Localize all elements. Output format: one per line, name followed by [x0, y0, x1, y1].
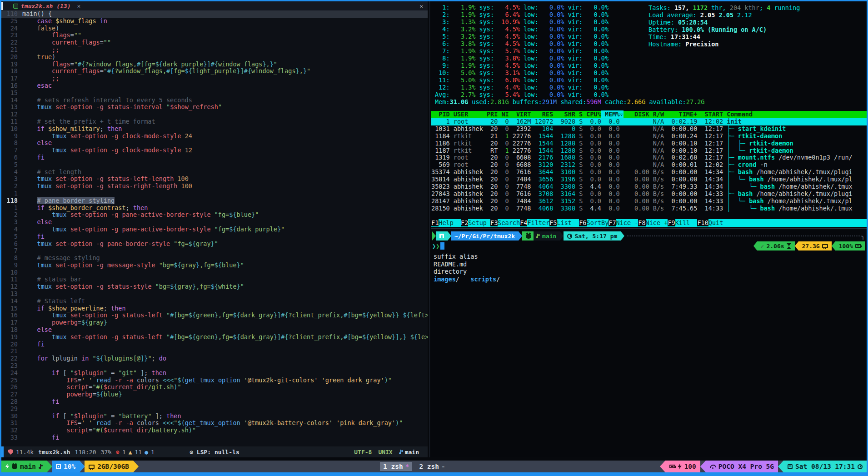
process-row[interactable]: 1186 rtkit 20 0 22776 1544 1288 S 0.0 0.…: [431, 140, 867, 147]
pane-divider-horizontal[interactable]: [431, 227, 867, 230]
code-line[interactable]: 7 tmux set-option -g clock-mode-style 12: [1, 147, 428, 154]
code-line[interactable]: 2 tmux set-option -g status-right-length…: [1, 183, 428, 190]
code-line[interactable]: 11 # status bar: [1, 276, 428, 283]
code-line[interactable]: 110main() {: [1, 10, 428, 18]
code-line[interactable]: 1: [1, 190, 428, 197]
code-line[interactable]: 27 powerbg=${blue}: [1, 391, 428, 398]
code-line[interactable]: 1 if $show_border_contrast; then: [1, 205, 428, 212]
code-line[interactable]: 6 fi: [1, 154, 428, 161]
code-line[interactable]: 20 fi: [1, 341, 428, 348]
fkey-f4[interactable]: F4Filter: [520, 219, 549, 227]
editor-pane[interactable]: tmux2k.sh (13) × × 110main() {25 case $s…: [1, 1, 428, 457]
code-line[interactable]: 24 if [ "$lplugin" = "git" ]; then: [1, 370, 428, 377]
process-row[interactable]: 27843 abhishek 20 0 7616 3708 3164 S 0.0…: [431, 190, 867, 198]
code-line[interactable]: 16 esac: [1, 82, 428, 90]
code-line[interactable]: 13: [1, 291, 428, 298]
code-line[interactable]: 5: [1, 161, 428, 169]
fkey-f7[interactable]: F7Nice -: [609, 219, 638, 227]
code-line[interactable]: 118 # pane border styling: [1, 197, 428, 205]
code-line[interactable]: 5 fi: [1, 233, 428, 241]
code-line[interactable]: 25 case $show_flags in: [1, 18, 428, 25]
tmux-window-2[interactable]: 2 zsh-: [416, 462, 448, 471]
code-line[interactable]: 4 # set length: [1, 169, 428, 176]
fkey-f9[interactable]: F9Kill: [668, 219, 697, 227]
code-line[interactable]: 15: [1, 90, 428, 97]
code-line[interactable]: 17 ;;: [1, 75, 428, 82]
pane-divider-vertical[interactable]: [428, 1, 431, 457]
code-line[interactable]: 18 else: [1, 326, 428, 334]
code-line[interactable]: 19 tmux set-option -g status-left "#[bg=…: [1, 334, 428, 341]
fkey-f2[interactable]: F2Setup: [461, 219, 490, 227]
code-line[interactable]: 3 else: [1, 219, 428, 226]
code-line[interactable]: 2 tmux set-option -g pane-active-border-…: [1, 211, 428, 219]
code-line[interactable]: 16 tmux set-option -g status-left "#[bg=…: [1, 312, 428, 319]
system-monitor-pane[interactable]: 1: 1.9% sys: 4.5% low: 0.0% vir: 0.0% 2:…: [431, 1, 867, 227]
process-row[interactable]: 28150 abhishek 20 0 7748 4068 3308 S 4.4…: [431, 205, 867, 212]
sort-column[interactable]: MEM%▿: [601, 110, 624, 118]
fkey-f1[interactable]: F1Help: [431, 219, 461, 227]
code-line[interactable]: 30 if [ "$lplugin" = "battery" ]; then: [1, 413, 428, 420]
process-row[interactable]: 1319 root 20 0 6608 2176 1688 S 0.0 0.0 …: [431, 154, 867, 161]
code-line[interactable]: 23 flags="": [1, 32, 428, 39]
tabline-close-icon[interactable]: ×: [415, 3, 428, 10]
code-line[interactable]: 18 current_flags="#{?window_flags,#[fg=$…: [1, 68, 428, 75]
tmux-window-1[interactable]: 1 zsh*: [380, 462, 412, 471]
shell-pane[interactable]: ~/Pr/Gi/Pr/tmux2k main Sat, 5:17 pm ╮ ❯ …: [431, 230, 867, 457]
code-line[interactable]: 13 tmux set-option -g status-interval "$…: [1, 104, 428, 111]
fkey-f6[interactable]: F6SortBy: [579, 219, 609, 227]
code-line[interactable]: 7: [1, 247, 428, 255]
editor-tab[interactable]: tmux2k.sh (13) ×: [1, 1, 85, 10]
code-line[interactable]: 32 script="#($current_dir/battery.sh)": [1, 427, 428, 434]
tab-close-icon[interactable]: ×: [77, 3, 81, 10]
code-line[interactable]: 6 tmux set-option -g pane-border-style "…: [1, 241, 428, 248]
code-line[interactable]: 10: [1, 269, 428, 276]
code-line[interactable]: 9 tmux set-option -g message-style "bg=$…: [1, 262, 428, 269]
code-line[interactable]: 17 powerbg=${gray}: [1, 319, 428, 326]
code-line[interactable]: 9 tmux set-option -g clock-mode-style 24: [1, 133, 428, 140]
code-line[interactable]: 12 tmux set-option -g status-style "bg=$…: [1, 283, 428, 291]
code-line[interactable]: 33 fi: [1, 434, 428, 441]
code-line[interactable]: 14 # Status left: [1, 298, 428, 305]
directory-entry[interactable]: images/: [434, 276, 459, 283]
code-line[interactable]: 8 # message styling: [1, 255, 428, 262]
code-line[interactable]: 8 else: [1, 140, 428, 147]
process-row[interactable]: 28147 abhishek 20 0 7484 3612 3152 S 0.0…: [431, 198, 867, 205]
code-line[interactable]: 22 current_flags="": [1, 39, 428, 46]
code-line[interactable]: 3 tmux set-option -g status-left-length …: [1, 175, 428, 183]
process-row[interactable]: 35823 abhishek 20 0 7748 4064 3308 S 4.4…: [431, 183, 867, 190]
code-line[interactable]: 11 # set the prefix + t time format: [1, 118, 428, 125]
code-line[interactable]: 24 false): [1, 25, 428, 32]
code-line[interactable]: 29: [1, 406, 428, 413]
code-line[interactable]: 26 script="#($current_dir/git.sh)": [1, 384, 428, 391]
code-line[interactable]: 31 IFS=' ' read -r -a colors <<<"$(get_t…: [1, 420, 428, 427]
code-line[interactable]: 14 # sets refresh interval to every 5 se…: [1, 97, 428, 104]
process-row[interactable]: 1187 rtkit RT 1 22776 1544 1288 S 0.0 0.…: [431, 147, 867, 155]
process-row[interactable]: 1184 rtkit 21 1 22776 1544 1288 S 0.0 0.…: [431, 133, 867, 140]
process-row[interactable]: 1 root 20 0 162M 12072 9028 S 0.0 0.0 N/…: [431, 118, 867, 125]
process-row[interactable]: 35374 abhishek 20 0 7616 3644 3100 S 0.0…: [431, 169, 867, 176]
code-line[interactable]: 28 fi: [1, 398, 428, 406]
process-row[interactable]: 35814 abhishek 20 0 7484 3656 3196 S 0.0…: [431, 176, 867, 183]
code-line[interactable]: 21 ;;: [1, 46, 428, 54]
code-line[interactable]: 19 flags="#{?window_flags,#[fg=${dark_pu…: [1, 61, 428, 68]
code-line[interactable]: 10 if $show_military; then: [1, 125, 428, 133]
code-line[interactable]: 22 for lplugin in "${lplugins[@]}"; do: [1, 355, 428, 362]
code-line[interactable]: 4 tmux set-option -g pane-active-border-…: [1, 226, 428, 233]
fkey-f3[interactable]: F3Search: [490, 219, 520, 227]
code-line[interactable]: 23: [1, 362, 428, 370]
code-line[interactable]: 21: [1, 348, 428, 355]
code-line[interactable]: 12: [1, 111, 428, 118]
fkey-f10[interactable]: F10Quit: [697, 219, 730, 227]
code-line[interactable]: 25 IFS=' ' read -r -a colors <<<"$(get_t…: [1, 377, 428, 384]
directory-entry[interactable]: scripts/: [470, 276, 500, 283]
code-line[interactable]: 20 true): [1, 54, 428, 61]
session-segment[interactable]: main: [1, 461, 47, 472]
code-line[interactable]: 15 if $show_powerline; then: [1, 305, 428, 312]
process-table-header[interactable]: PID USER PRI NI VIRT RES SHR S CPU% MEM%…: [431, 111, 867, 118]
code-area[interactable]: 110main() {25 case $show_flags in24 fals…: [1, 10, 428, 446]
fkey-f5[interactable]: F5List: [549, 219, 579, 227]
fkey-f8[interactable]: F8Nice +: [638, 219, 668, 227]
process-row[interactable]: 569 root 20 0 6688 3120 2312 S 0.0 0.0 N…: [431, 161, 867, 169]
process-row[interactable]: 1031 abhishek 20 0 2392 104 0 S 0.0 0.0 …: [431, 125, 867, 133]
prompt-input-line[interactable]: ❯ ❯ ✓2.06s 27.3G 100%: [432, 241, 865, 251]
